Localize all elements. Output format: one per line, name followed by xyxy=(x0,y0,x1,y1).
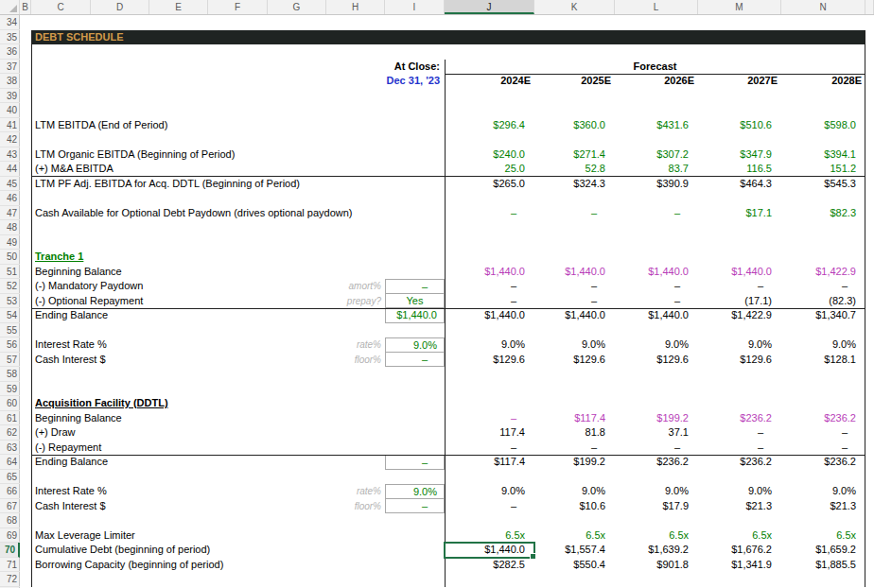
cell-L47[interactable]: – xyxy=(615,206,698,221)
input-cell-I52[interactable]: – xyxy=(385,279,445,294)
cell-M63[interactable]: – xyxy=(698,441,781,456)
row-header-55[interactable]: 55 xyxy=(0,323,20,338)
input-cell-I56[interactable]: 9.0% xyxy=(385,337,445,353)
cell-L61[interactable]: $199.2 xyxy=(615,411,698,426)
cell-L45[interactable]: $390.9 xyxy=(615,177,698,192)
cell-K44[interactable]: 52.8 xyxy=(534,162,615,177)
cell-N54[interactable]: $1,340.7 xyxy=(781,308,865,323)
cell-N69[interactable]: 6.5x xyxy=(781,528,865,544)
cell-K52[interactable]: – xyxy=(534,279,615,294)
row-header-57[interactable]: 57 xyxy=(0,353,20,368)
row-header-41[interactable]: 41 xyxy=(0,118,20,133)
cell-N70[interactable]: $1,659.2 xyxy=(781,543,865,558)
row-header-61[interactable]: 61 xyxy=(0,411,20,426)
cell-J61[interactable]: – xyxy=(445,411,534,426)
cell-K51[interactable]: $1,440.0 xyxy=(534,265,615,280)
cell-L70[interactable]: $1,639.2 xyxy=(615,543,698,558)
cell-J47[interactable]: – xyxy=(445,206,534,221)
cell-L64[interactable]: $236.2 xyxy=(615,455,698,470)
cell-L52[interactable]: – xyxy=(615,279,698,294)
cell-L51[interactable]: $1,440.0 xyxy=(615,265,698,280)
row-header-54[interactable]: 54 xyxy=(0,308,20,323)
cell-N44[interactable]: 151.2 xyxy=(781,162,865,177)
cell-L66[interactable]: 9.0% xyxy=(615,484,698,499)
cell-N71[interactable]: $1,885.5 xyxy=(781,558,865,573)
row-label-43[interactable]: LTM Organic EBITDA (Beginning of Period) xyxy=(32,147,384,163)
row-header-67[interactable]: 67 xyxy=(0,499,20,514)
row-label-63[interactable]: (-) Repayment xyxy=(32,441,384,456)
cell-M70[interactable]: $1,676.2 xyxy=(698,543,781,558)
column-header-H[interactable]: H xyxy=(326,0,385,14)
column-header-K[interactable]: K xyxy=(534,0,615,14)
row-header-58[interactable]: 58 xyxy=(0,367,20,382)
row-label-70[interactable]: Cumulative Debt (beginning of period) xyxy=(32,543,384,558)
column-header-E[interactable]: E xyxy=(149,0,208,14)
year-header-2024E[interactable]: 2024E xyxy=(445,74,534,89)
cell-M53[interactable]: (17.1) xyxy=(698,294,781,309)
row-label-71[interactable]: Borrowing Capacity (beginning of period) xyxy=(32,558,384,573)
cell-K45[interactable]: $324.3 xyxy=(534,177,615,192)
cell-N64[interactable]: $236.2 xyxy=(781,455,865,470)
row-header-59[interactable]: 59 xyxy=(0,382,20,397)
year-header-2025E[interactable]: 2025E xyxy=(534,74,615,89)
cell-M54[interactable]: $1,422.9 xyxy=(698,308,781,323)
column-header-D[interactable]: D xyxy=(91,0,149,14)
cell-K67[interactable]: $10.6 xyxy=(534,499,615,514)
row-header-65[interactable]: 65 xyxy=(0,470,20,485)
cell-K61[interactable]: $117.4 xyxy=(534,411,615,426)
cell-M52[interactable]: – xyxy=(698,279,781,294)
cell-M66[interactable]: 9.0% xyxy=(698,484,781,499)
row-header-45[interactable]: 45 xyxy=(0,177,20,192)
row-header-47[interactable]: 47 xyxy=(0,206,20,221)
column-header-G[interactable]: G xyxy=(268,0,326,14)
cell-K64[interactable]: $199.2 xyxy=(534,455,615,470)
cell-N66[interactable]: 9.0% xyxy=(781,484,865,499)
cell-M47[interactable]: $17.1 xyxy=(698,206,781,221)
cell-L53[interactable]: – xyxy=(615,294,698,309)
input-cell-I66[interactable]: 9.0% xyxy=(385,484,445,499)
cell-N47[interactable]: $82.3 xyxy=(781,206,865,221)
cell-K63[interactable]: – xyxy=(534,441,615,456)
cell-N53[interactable]: (82.3) xyxy=(781,294,865,309)
cell-J62[interactable]: 117.4 xyxy=(445,425,534,441)
cell-M43[interactable]: $347.9 xyxy=(698,147,781,163)
row-header-62[interactable]: 62 xyxy=(0,425,20,441)
cell-L41[interactable]: $431.6 xyxy=(615,118,698,133)
input-cell-I64[interactable]: – xyxy=(385,455,445,470)
cell-J67[interactable]: – xyxy=(445,499,534,514)
cell-M64[interactable]: $236.2 xyxy=(698,455,781,470)
cell-J51[interactable]: $1,440.0 xyxy=(445,265,534,280)
row-header-56[interactable]: 56 xyxy=(0,337,20,353)
cell-J43[interactable]: $240.0 xyxy=(445,147,534,163)
cell-N52[interactable]: – xyxy=(781,279,865,294)
cell-M51[interactable]: $1,440.0 xyxy=(698,265,781,280)
year-header-2026E[interactable]: 2026E xyxy=(615,74,698,89)
row-header-63[interactable]: 63 xyxy=(0,441,20,456)
row-header-52[interactable]: 52 xyxy=(0,279,20,294)
row-label-60[interactable]: Acquisition Facility (DDTL) xyxy=(32,396,384,411)
cell-M69[interactable]: 6.5x xyxy=(698,528,781,544)
cell-L62[interactable]: 37.1 xyxy=(615,425,698,441)
row-header-40[interactable]: 40 xyxy=(0,103,20,118)
row-label-44[interactable]: (+) M&A EBITDA xyxy=(32,162,384,177)
cell-J56[interactable]: 9.0% xyxy=(445,337,534,353)
row-header-64[interactable]: 64 xyxy=(0,455,20,470)
cell-K54[interactable]: $1,440.0 xyxy=(534,308,615,323)
cell-L43[interactable]: $307.2 xyxy=(615,147,698,163)
cell-N41[interactable]: $598.0 xyxy=(781,118,865,133)
cell-J53[interactable]: – xyxy=(445,294,534,309)
cell-N45[interactable]: $545.3 xyxy=(781,177,865,192)
cell-N63[interactable]: – xyxy=(781,441,865,456)
row-header-71[interactable]: 71 xyxy=(0,558,20,573)
cell-M71[interactable]: $1,341.9 xyxy=(698,558,781,573)
cell-K41[interactable]: $360.0 xyxy=(534,118,615,133)
row-header-66[interactable]: 66 xyxy=(0,484,20,499)
column-header-M[interactable]: M xyxy=(698,0,781,14)
input-cell-I67[interactable]: – xyxy=(385,499,445,514)
input-cell-I53[interactable]: Yes xyxy=(385,294,445,309)
select-all-corner[interactable] xyxy=(0,0,20,14)
selected-cell[interactable] xyxy=(444,542,535,559)
row-header-37[interactable]: 37 xyxy=(0,60,20,75)
row-header-69[interactable]: 69 xyxy=(0,528,20,544)
cell-K66[interactable]: 9.0% xyxy=(534,484,615,499)
